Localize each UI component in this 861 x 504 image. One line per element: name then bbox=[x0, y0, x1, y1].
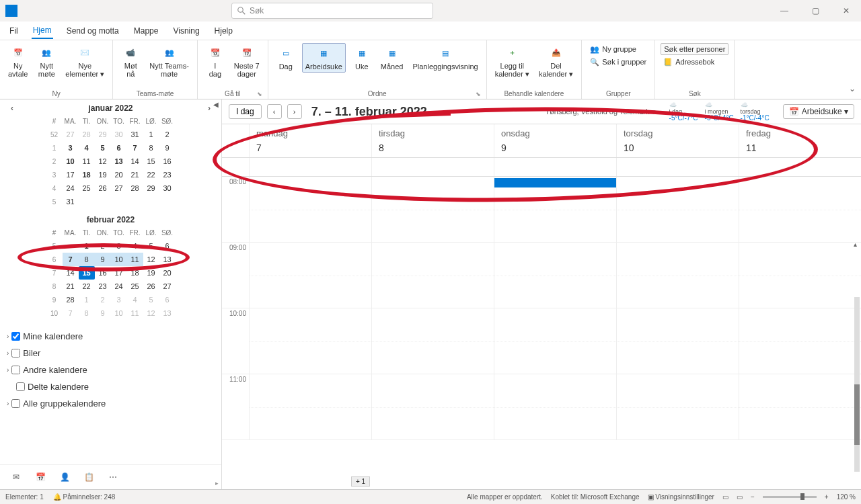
tab-hjem[interactable]: Hjem bbox=[32, 23, 53, 39]
tab-send-motta[interactable]: Send og motta bbox=[65, 24, 120, 38]
time-cell[interactable] bbox=[249, 177, 371, 242]
minical-day[interactable]: 28 bbox=[79, 128, 95, 141]
address-book-button[interactable]: 📒Adressebok bbox=[661, 56, 728, 68]
day-header[interactable]: torsdag10 bbox=[616, 124, 739, 157]
window-minimize[interactable]: — bbox=[775, 6, 794, 15]
tab-visning[interactable]: Visning bbox=[172, 24, 200, 38]
window-close[interactable]: ✕ bbox=[837, 6, 856, 15]
minical-day[interactable]: 24 bbox=[63, 181, 79, 195]
minical-day[interactable]: 20 bbox=[159, 266, 176, 280]
calendar-event[interactable] bbox=[494, 178, 616, 187]
minical-day[interactable]: 11 bbox=[127, 306, 143, 320]
time-cell[interactable] bbox=[371, 243, 494, 308]
next-week-button[interactable]: › bbox=[287, 104, 302, 119]
day-header[interactable]: fredag11 bbox=[739, 124, 861, 157]
minical-day[interactable]: 13 bbox=[111, 155, 127, 168]
minical-day[interactable]: 22 bbox=[143, 168, 159, 181]
goto-today-button[interactable]: 📆I dag bbox=[203, 43, 227, 79]
time-cell[interactable] bbox=[739, 374, 861, 439]
view-day-button[interactable]: ▭Dag bbox=[274, 44, 298, 72]
calendar-group-checkbox[interactable] bbox=[11, 366, 20, 374]
minical-day[interactable]: 12 bbox=[143, 306, 159, 320]
minical-day[interactable]: 23 bbox=[95, 280, 111, 293]
calendar-group-item[interactable]: ›Alle gruppekalendere bbox=[7, 395, 215, 412]
minical-day[interactable]: 12 bbox=[95, 155, 111, 168]
minical-day[interactable]: 3 bbox=[63, 141, 79, 155]
view-week-button[interactable]: ▦Uke bbox=[350, 44, 374, 72]
minical-day[interactable]: 1 bbox=[79, 239, 95, 253]
minical-day[interactable]: 5 bbox=[143, 239, 159, 253]
minical-day[interactable]: 11 bbox=[79, 155, 95, 168]
minical-day[interactable]: 20 bbox=[111, 168, 127, 181]
minical-next[interactable]: › bbox=[208, 103, 211, 113]
allday-cell[interactable] bbox=[371, 158, 494, 176]
minical-day[interactable]: 28 bbox=[127, 181, 143, 195]
minical-day[interactable]: 27 bbox=[159, 280, 176, 293]
calendar-group-checkbox[interactable] bbox=[11, 332, 20, 341]
minical-day[interactable]: 28 bbox=[63, 293, 79, 306]
global-search-input[interactable]: Søk bbox=[231, 3, 433, 19]
minical-day[interactable]: 23 bbox=[159, 168, 176, 181]
minical-day[interactable]: 3 bbox=[111, 239, 127, 253]
minical-day[interactable]: 26 bbox=[143, 280, 159, 293]
nav-calendar-icon[interactable]: 📅 bbox=[34, 470, 47, 484]
minical-day[interactable]: 13 bbox=[159, 253, 176, 266]
meet-now-button[interactable]: 📹Møt nå bbox=[118, 43, 143, 79]
search-groups-button[interactable]: 🔍Søk i grupper bbox=[587, 56, 649, 68]
view-schedule-button[interactable]: ▤Planleggingsvisning bbox=[410, 44, 480, 72]
minical-day[interactable]: 8 bbox=[143, 141, 159, 155]
view-month-button[interactable]: ▦Måned bbox=[378, 44, 406, 72]
new-meeting-button[interactable]: 👥Nytt møte bbox=[34, 43, 59, 79]
calendar-group-item[interactable]: ›Andre kalendere bbox=[7, 362, 215, 378]
calendar-group-checkbox[interactable] bbox=[11, 399, 20, 408]
minical-prev[interactable]: ‹ bbox=[11, 103, 13, 113]
tab-mappe[interactable]: Mappe bbox=[133, 24, 160, 38]
search-people-input[interactable]: Søk etter personer bbox=[661, 43, 728, 55]
minical-day[interactable]: 17 bbox=[111, 266, 127, 280]
minical-day[interactable]: 14 bbox=[63, 266, 79, 280]
minical-day[interactable]: 6 bbox=[111, 141, 127, 155]
tab-fil[interactable]: Fil bbox=[8, 24, 20, 38]
calendar-group-item[interactable]: ›Mine kalendere bbox=[7, 328, 215, 345]
minical-day[interactable]: 27 bbox=[63, 128, 79, 141]
minical-day[interactable]: 9 bbox=[95, 306, 111, 320]
scrollbar[interactable] bbox=[854, 297, 860, 472]
calendar-group-item[interactable]: ›Biler bbox=[7, 345, 215, 362]
new-items-button[interactable]: ✉️Nye elementer ▾ bbox=[63, 43, 107, 79]
minical-day[interactable]: 9 bbox=[95, 253, 111, 266]
view-workweek-button[interactable]: ▦Arbeidsuke bbox=[302, 43, 346, 73]
time-cell[interactable] bbox=[249, 374, 371, 439]
calendar-group-checkbox[interactable] bbox=[11, 349, 20, 358]
minical-day[interactable]: 25 bbox=[127, 280, 143, 293]
minical-day[interactable]: 2 bbox=[95, 239, 111, 253]
calendar-group-checkbox[interactable] bbox=[16, 382, 25, 391]
day-header[interactable]: mandag7 bbox=[249, 124, 371, 157]
minical-day[interactable]: 26 bbox=[95, 181, 111, 195]
time-cell[interactable] bbox=[494, 374, 616, 439]
minical-day[interactable]: 4 bbox=[127, 239, 143, 253]
time-cell[interactable] bbox=[616, 243, 739, 308]
minical-day[interactable]: 7 bbox=[63, 253, 79, 266]
time-cell[interactable] bbox=[739, 177, 861, 242]
minical-day[interactable]: 19 bbox=[143, 266, 159, 280]
minical-day[interactable]: 1 bbox=[79, 293, 95, 306]
minical-day[interactable]: 5 bbox=[143, 293, 159, 306]
more-events-indicator[interactable]: + 1 bbox=[351, 476, 370, 487]
minical-day[interactable]: 2 bbox=[159, 128, 176, 141]
minical-day[interactable]: 7 bbox=[63, 306, 79, 320]
time-cell[interactable] bbox=[739, 308, 861, 374]
add-calendar-button[interactable]: ＋Legg til kalender ▾ bbox=[492, 43, 532, 79]
nav-mail-icon[interactable]: ✉ bbox=[9, 470, 23, 484]
time-cell[interactable] bbox=[739, 243, 861, 308]
minical-day[interactable]: 16 bbox=[95, 266, 111, 280]
minical-day[interactable]: 9 bbox=[159, 141, 176, 155]
minical-day[interactable]: 21 bbox=[63, 280, 79, 293]
minical-day[interactable]: 29 bbox=[143, 181, 159, 195]
minical-day[interactable]: 7 bbox=[127, 141, 143, 155]
weather-day[interactable]: ☁️ i morgen-3°C/-4°C bbox=[705, 101, 734, 122]
time-cell[interactable] bbox=[494, 243, 616, 308]
window-maximize[interactable]: ▢ bbox=[806, 6, 825, 15]
today-button[interactable]: I dag bbox=[229, 104, 262, 119]
allday-cell[interactable] bbox=[739, 158, 861, 176]
minical-day[interactable]: 24 bbox=[111, 280, 127, 293]
